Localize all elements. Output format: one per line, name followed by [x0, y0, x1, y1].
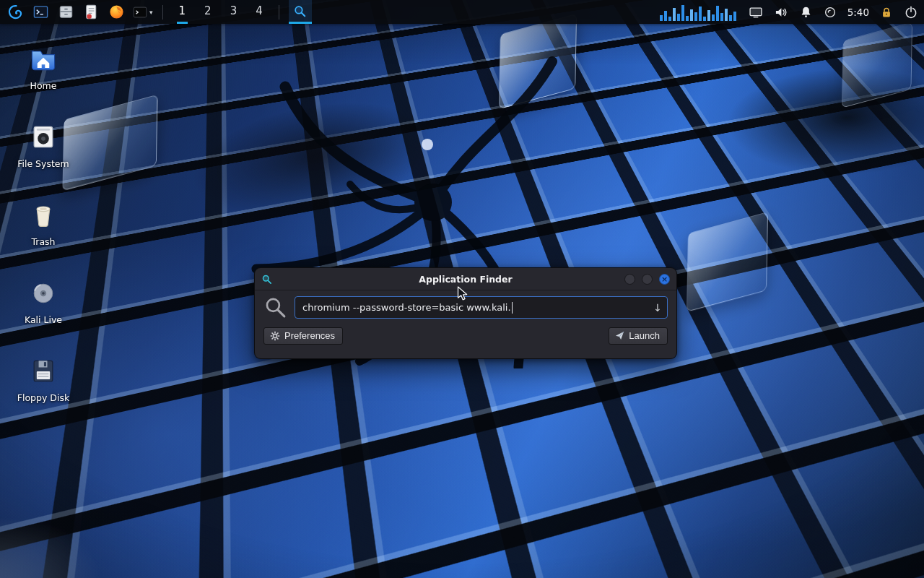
desktop-icon-label: Home: [30, 80, 57, 91]
chevron-down-icon: ▾: [149, 9, 153, 16]
desktop-icon-file-system[interactable]: File System: [9, 118, 78, 171]
desktop-icon-label: Floppy Disk: [17, 392, 69, 403]
minimize-button[interactable]: [624, 274, 635, 285]
application-finder-window: Application Finder × chromium --password…: [254, 267, 677, 359]
close-icon: ×: [661, 275, 668, 283]
panel-separator: [279, 5, 279, 20]
desktop-icon-kali-live[interactable]: Kali Live: [9, 275, 78, 327]
clock[interactable]: 5:40: [847, 7, 869, 18]
logout-power-icon[interactable]: [904, 5, 918, 20]
input-dropdown-icon[interactable]: ↓: [653, 301, 662, 313]
file-manager-icon[interactable]: [56, 3, 75, 22]
close-button[interactable]: ×: [659, 274, 670, 285]
launch-button[interactable]: Launch: [609, 327, 668, 345]
top-panel: ▾ 1 2 3 4: [0, 0, 924, 24]
display-icon[interactable]: [749, 5, 763, 20]
workspace-3[interactable]: 3: [228, 0, 240, 24]
desktop-icon-label: Trash: [31, 236, 55, 247]
maximize-button[interactable]: [642, 274, 653, 285]
search-icon: [293, 4, 307, 18]
workspace-1[interactable]: 1: [177, 0, 188, 24]
desktop-icon-floppy-disk[interactable]: Floppy Disk: [9, 353, 78, 405]
volume-icon[interactable]: [774, 5, 788, 20]
launch-icon: [615, 331, 624, 340]
file-system-drive-icon: [25, 118, 62, 156]
desktop-icon-trash[interactable]: Trash: [9, 197, 78, 249]
application-finder-taskbar-button[interactable]: [289, 0, 312, 24]
desktop-icon-label: Kali Live: [25, 314, 62, 325]
terminal-launcher-icon[interactable]: [31, 3, 50, 22]
home-folder-icon: [25, 40, 62, 78]
lock-icon[interactable]: [880, 6, 893, 19]
optical-disc-icon: [25, 275, 62, 312]
mouse-cursor: [457, 286, 471, 302]
panel-separator: [162, 5, 163, 20]
preferences-button-label: Preferences: [284, 330, 335, 341]
desktop-icon-list: Home File System Trash: [9, 40, 78, 405]
search-icon: [263, 296, 287, 319]
kali-menu-icon[interactable]: [6, 3, 25, 22]
terminal-dropdown[interactable]: ▾: [132, 3, 153, 22]
floppy-disk-icon: [25, 353, 62, 390]
command-input-text: chromium --password-store=basic www.kali…: [302, 302, 511, 313]
command-input[interactable]: chromium --password-store=basic www.kali…: [295, 296, 668, 319]
text-caret: [512, 302, 513, 314]
text-editor-icon[interactable]: [82, 3, 100, 22]
desktop-icon-home[interactable]: Home: [9, 40, 78, 92]
trash-can-icon: [25, 197, 62, 234]
notifications-bell-icon[interactable]: [799, 5, 813, 19]
firefox-icon[interactable]: [107, 3, 126, 22]
workspace-4[interactable]: 4: [253, 0, 265, 24]
launch-button-label: Launch: [629, 330, 660, 341]
workspace-2[interactable]: 2: [202, 0, 214, 24]
gear-icon: [270, 331, 280, 341]
preferences-button[interactable]: Preferences: [263, 327, 343, 345]
workspace-switcher: 1 2 3 4: [177, 0, 265, 24]
status-tray-icon[interactable]: [824, 6, 837, 19]
window-title: Application Finder: [255, 274, 676, 285]
desktop-icon-label: File System: [17, 158, 69, 169]
cpu-graph[interactable]: [660, 4, 738, 21]
